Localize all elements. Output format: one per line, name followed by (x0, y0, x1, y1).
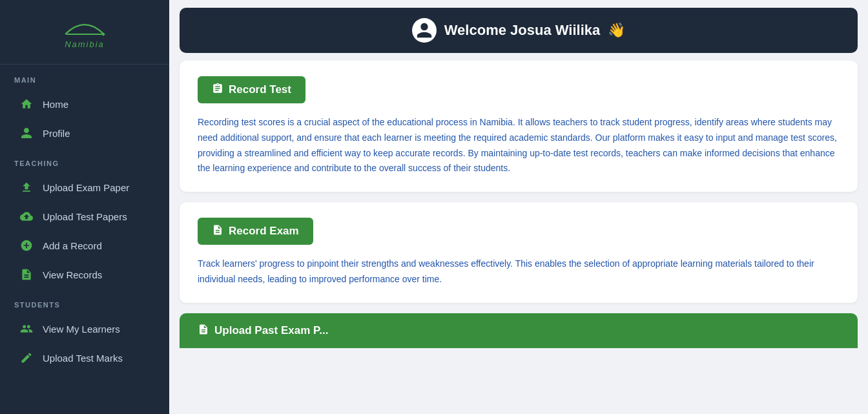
home-icon (19, 97, 34, 111)
sidebar-section-students-label: STUDENTS (0, 289, 169, 314)
sidebar-section-main-label: MAIN (0, 65, 169, 89)
sidebar-logo: Namibia (0, 0, 169, 65)
pencil-icon (19, 351, 34, 365)
sidebar-section-teaching: TEACHING Upload Exam Paper Upload Test P… (0, 148, 169, 289)
document-icon (19, 267, 34, 282)
upload-icon (19, 180, 34, 194)
group-icon (19, 322, 34, 336)
sidebar-item-view-my-learners[interactable]: View My Learners (5, 315, 164, 343)
sidebar-item-view-my-learners-label: View My Learners (43, 324, 120, 335)
sidebar-item-upload-test-papers[interactable]: Upload Test Papers (5, 202, 164, 231)
sidebar-item-add-a-record-label: Add a Record (43, 240, 102, 251)
record-exam-button-label: Record Exam (229, 225, 299, 238)
sidebar-item-view-records[interactable]: View Records (5, 260, 164, 289)
record-test-button[interactable]: Record Test (198, 76, 305, 103)
sidebar-item-add-a-record[interactable]: Add a Record (5, 231, 164, 260)
record-test-card: Record Test Recording test scores is a c… (180, 61, 858, 192)
clipboard-icon (212, 83, 223, 97)
sidebar-item-home[interactable]: Home (5, 90, 164, 118)
sidebar-section-students: STUDENTS View My Learners Upload Test Ma… (0, 289, 169, 373)
sidebar-section-main: MAIN Home Profile (0, 65, 169, 148)
svg-marker-1 (103, 32, 105, 36)
file-icon (212, 224, 223, 238)
main-content: Welcome Josua Wiilika 👋 Record Test Reco… (169, 0, 868, 414)
wave-emoji: 👋 (608, 22, 625, 39)
sidebar-item-upload-test-papers-label: Upload Test Papers (43, 211, 127, 222)
logo-text: Namibia (65, 39, 105, 49)
person-icon (19, 126, 34, 140)
file-partial-icon (198, 324, 209, 338)
record-exam-button[interactable]: Record Exam (198, 218, 313, 245)
sidebar-item-view-records-label: View Records (43, 269, 102, 280)
record-test-button-label: Record Test (229, 83, 291, 96)
record-exam-description: Track learners' progress to pinpoint the… (198, 256, 840, 287)
sidebar-item-home-label: Home (43, 99, 68, 110)
cards-area: Record Test Recording test scores is a c… (169, 61, 868, 414)
sidebar-item-upload-exam-paper[interactable]: Upload Exam Paper (5, 173, 164, 202)
upload-past-exam-button-label[interactable]: Upload Past Exam P... (214, 324, 328, 337)
avatar (412, 18, 437, 43)
sidebar-section-teaching-label: TEACHING (0, 148, 169, 172)
record-exam-card: Record Exam Track learners' progress to … (180, 202, 858, 303)
header: Welcome Josua Wiilika 👋 (180, 8, 858, 53)
welcome-text: Welcome Josua Wiilika (444, 22, 600, 39)
record-test-description: Recording test scores is a crucial aspec… (198, 115, 840, 176)
upload-past-exam-card-partial: Upload Past Exam P... (180, 313, 858, 348)
upload-cloud-icon (19, 209, 34, 223)
sidebar: Namibia MAIN Home Profile TEACHING Uploa… (0, 0, 169, 414)
sidebar-item-profile-label: Profile (43, 128, 70, 139)
sidebar-item-profile[interactable]: Profile (5, 119, 164, 147)
sidebar-item-upload-exam-paper-label: Upload Exam Paper (43, 182, 129, 193)
sidebar-item-upload-test-marks[interactable]: Upload Test Marks (5, 344, 164, 372)
plus-circle-icon (19, 238, 34, 253)
sidebar-item-upload-test-marks-label: Upload Test Marks (43, 353, 123, 364)
